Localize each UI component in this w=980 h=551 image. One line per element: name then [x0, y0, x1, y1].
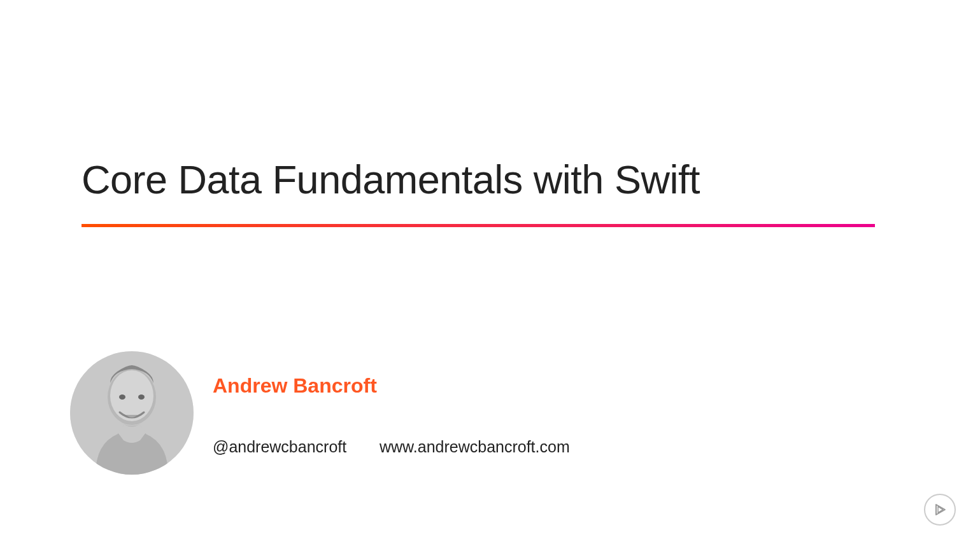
svg-point-4 — [110, 370, 153, 421]
pluralsight-logo-icon — [924, 494, 956, 526]
svg-point-6 — [138, 394, 145, 400]
author-twitter-handle: @andrewcbancroft — [213, 438, 346, 456]
title-underline — [82, 224, 875, 227]
author-name: Andrew Bancroft — [213, 374, 377, 398]
author-avatar — [70, 351, 194, 475]
slide-title: Core Data Fundamentals with Swift — [82, 157, 700, 202]
svg-point-5 — [119, 394, 125, 400]
author-website: www.andrewcbancroft.com — [380, 438, 570, 456]
